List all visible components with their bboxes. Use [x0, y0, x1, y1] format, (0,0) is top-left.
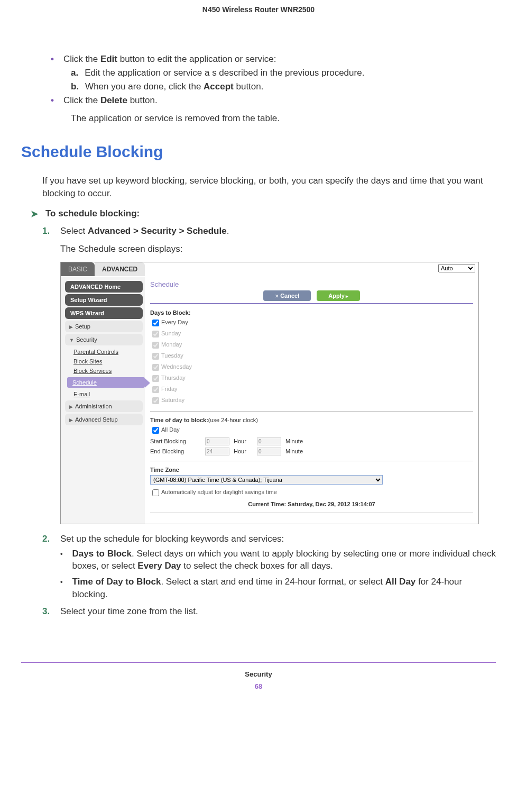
cb-allday[interactable]: All Day — [150, 425, 473, 435]
doc-header: N450 Wireless Router WNR2500 — [21, 5, 496, 14]
substep-b: b. When you are done, click the Accept b… — [71, 81, 496, 92]
caret-icon: ▼ — [69, 337, 74, 343]
cb-monday[interactable]: Monday — [150, 340, 473, 350]
section-heading: Schedule Blocking — [21, 143, 496, 161]
page-footer: Security 68 — [21, 662, 496, 690]
footer-page: 68 — [21, 682, 496, 690]
tab-basic[interactable]: BASIC — [61, 262, 95, 276]
panel-title: Schedule — [150, 280, 473, 288]
bullet-edit: • Click the Edit button to edit the appl… — [51, 54, 496, 65]
current-time: Current Time: Saturday, Dec 29, 2012 19:… — [150, 501, 473, 507]
cb-friday[interactable]: Friday — [150, 385, 473, 395]
content-panel: Schedule Cancel Apply Days to Block: Eve… — [145, 277, 478, 524]
step-2-bullet-1: • Days to Block. Select days on which yo… — [60, 548, 496, 573]
arrow-icon: ➤ — [31, 208, 38, 220]
step-2: 2. Set up the schedule for blocking keyw… — [42, 534, 496, 544]
time-title: Time of day to block:(use 24-hour clock) — [150, 417, 473, 423]
sidebar-item-home[interactable]: ADVANCED Home — [65, 281, 143, 293]
sidebar-sub-parental[interactable]: Parental Controls — [73, 349, 145, 355]
section-intro: If you have set up keyword blocking, ser… — [42, 175, 496, 200]
auto-select[interactable]: Auto — [438, 264, 475, 272]
sidebar-item-setup[interactable]: ▶Setup — [65, 321, 143, 332]
bullet-icon: • — [60, 576, 63, 601]
cb-wednesday[interactable]: Wednesday — [150, 362, 473, 372]
procedure-heading: ➤ To schedule blocking: — [31, 208, 496, 220]
bullet-edit-text: Click the Edit button to edit the applic… — [63, 54, 276, 65]
sidebar-sub-email[interactable]: E-mail — [73, 391, 145, 397]
cancel-button[interactable]: Cancel — [263, 290, 311, 301]
sidebar-item-security[interactable]: ▼Security — [65, 334, 143, 345]
step-1: 1. Select Advanced > Security > Schedule… — [42, 226, 496, 236]
tab-advanced[interactable]: ADVANCED — [95, 262, 145, 276]
cb-saturday[interactable]: Saturday — [150, 396, 473, 406]
sidebar-sub-schedule[interactable]: Schedule — [67, 377, 145, 388]
end-hour-input[interactable] — [205, 448, 229, 455]
divider — [150, 411, 473, 412]
divider — [150, 461, 473, 461]
sidebar-sub-services[interactable]: Block Services — [73, 368, 145, 374]
sidebar-item-adv-setup[interactable]: ▶Advanced Setup — [65, 414, 143, 425]
start-min-input[interactable] — [257, 437, 281, 445]
substep-a: a. Edit the application or service a s d… — [71, 68, 496, 78]
cb-thursday[interactable]: Thursday — [150, 373, 473, 384]
start-hour-input[interactable] — [205, 437, 229, 445]
end-min-input[interactable] — [257, 448, 281, 455]
step-2-bullet-2: • Time of Day to Block. Select a start a… — [60, 576, 496, 601]
divider — [150, 303, 473, 304]
cb-dst[interactable]: Automatically adjust for daylight saving… — [150, 488, 473, 498]
bullet-delete: • Click the Delete button. — [51, 95, 496, 106]
start-row: Start Blocking Hour Minute — [150, 437, 473, 445]
cb-sunday[interactable]: Sunday — [150, 329, 473, 339]
router-screenshot: BASIC ADVANCED Auto ADVANCED Home Setup … — [60, 262, 479, 524]
divider — [150, 513, 473, 513]
caret-icon: ▶ — [69, 404, 73, 409]
bullet-icon: • — [60, 548, 63, 573]
caret-icon: ▶ — [69, 324, 73, 330]
step-3: 3. Select your time zone from the list. — [42, 606, 496, 617]
bullet-icon: • — [51, 95, 54, 106]
cb-tuesday[interactable]: Tuesday — [150, 351, 473, 361]
sidebar: ADVANCED Home Setup Wizard WPS Wizard ▶S… — [61, 277, 145, 524]
end-row: End Blocking Hour Minute — [150, 448, 473, 455]
delete-result: The application or service is removed fr… — [71, 113, 496, 124]
footer-section: Security — [21, 670, 496, 678]
sidebar-item-setup-wizard[interactable]: Setup Wizard — [65, 294, 143, 306]
tz-title: Time Zone — [150, 467, 473, 473]
cb-everyday[interactable]: Every Day — [150, 318, 473, 328]
apply-button[interactable]: Apply — [317, 290, 360, 301]
sidebar-item-wps-wizard[interactable]: WPS Wizard — [65, 307, 143, 319]
sidebar-sub-sites[interactable]: Block Sites — [73, 358, 145, 364]
days-title: Days to Block: — [150, 309, 473, 316]
step-1-caption: The Schedule screen displays: — [60, 244, 496, 254]
bullet-icon: • — [51, 54, 54, 65]
tz-select[interactable]: (GMT-08:00) Pacific Time (US & Canada); … — [150, 475, 383, 485]
bullet-delete-text: Click the Delete button. — [63, 95, 158, 106]
caret-icon: ▶ — [69, 417, 73, 423]
sidebar-item-admin[interactable]: ▶Administration — [65, 400, 143, 412]
